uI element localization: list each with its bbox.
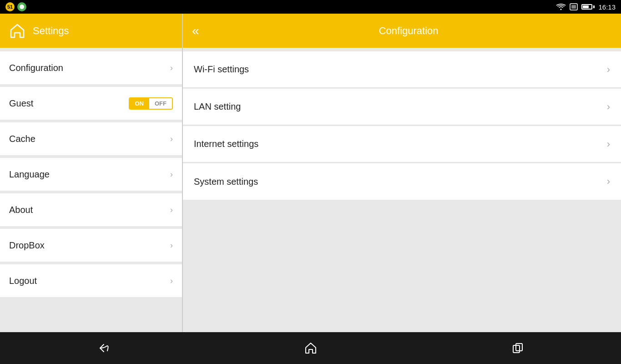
sim-icon [570,3,578,10]
toggle-off-label[interactable]: OFF [149,98,172,109]
nav-recents-button[interactable] [504,337,531,359]
status-bar: 51 16:13 [0,0,621,14]
right-menu-item-wifi[interactable]: Wi-Fi settings › [183,51,621,88]
status-bar-right: 16:13 [556,3,616,11]
toggle-on-label[interactable]: ON [130,98,150,109]
status-icon-1: 51 [5,2,15,11]
right-menu-item-internet[interactable]: Internet settings › [183,126,621,162]
right-panel-title: Configuration [205,25,612,37]
left-panel: Settings Configuration › Guest ON OFF [0,14,182,332]
left-menu: Configuration › Guest ON OFF Cache [0,48,182,332]
svg-rect-2 [571,5,576,9]
wifi-icon [556,3,566,10]
chevron-icon: › [607,138,610,150]
chevron-icon: › [170,276,173,286]
menu-item-guest[interactable]: Guest ON OFF [0,87,182,120]
back-button[interactable]: « [192,24,198,38]
status-time: 16:13 [598,3,616,11]
menu-item-language[interactable]: Language › [0,158,182,191]
right-menu-item-lan[interactable]: LAN setting › [183,89,621,125]
chevron-icon: › [607,64,610,76]
chevron-icon: › [170,170,173,179]
chevron-icon: › [170,205,173,215]
bottom-nav [0,332,621,364]
battery-icon [581,4,595,10]
chevron-icon: › [170,63,173,73]
menu-item-dropbox[interactable]: DropBox › [0,229,182,262]
menu-item-logout[interactable]: Logout › [0,264,182,297]
guest-toggle[interactable]: ON OFF [129,97,173,110]
right-panel: « Configuration Wi-Fi settings › LAN set… [183,14,621,332]
menu-item-about[interactable]: About › [0,193,182,226]
chevron-icon: › [607,101,610,113]
status-bar-left: 51 [5,2,26,11]
home-icon [9,23,25,39]
svg-point-0 [20,5,24,9]
status-icon-2 [17,2,26,11]
main-content: Settings Configuration › Guest ON OFF [0,14,621,332]
menu-item-cache[interactable]: Cache › [0,122,182,155]
nav-back-button[interactable] [90,337,117,359]
right-menu: Wi-Fi settings › LAN setting › Internet … [183,48,621,203]
left-panel-title: Settings [33,25,69,37]
chevron-icon: › [170,241,173,250]
right-header: « Configuration [183,14,621,48]
nav-home-button[interactable] [297,337,324,359]
chevron-icon: › [607,176,610,187]
chevron-icon: › [170,134,173,144]
left-header: Settings [0,14,182,48]
menu-item-configuration[interactable]: Configuration › [0,51,182,84]
right-menu-item-system[interactable]: System settings › [183,163,621,200]
